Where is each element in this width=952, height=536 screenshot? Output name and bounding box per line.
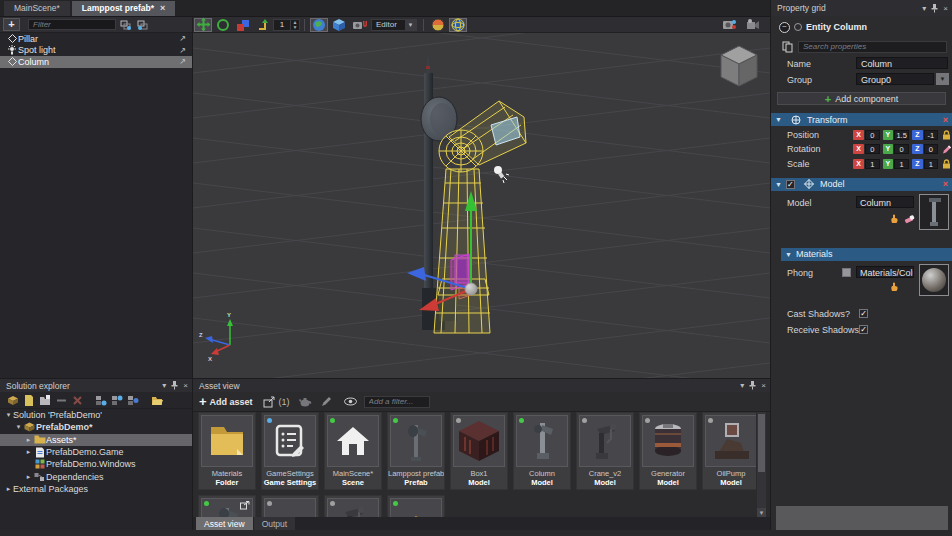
collapse-all-icon[interactable] bbox=[119, 18, 133, 31]
hand-picker-icon[interactable] bbox=[889, 282, 899, 292]
sort-assets-icon[interactable] bbox=[94, 394, 108, 407]
rotate-gizmo-button[interactable] bbox=[214, 18, 232, 32]
receive-shadows-checkbox[interactable]: ✓ bbox=[859, 325, 868, 334]
group-dropdown-button[interactable]: ▼ bbox=[936, 73, 949, 85]
chevron-down-icon[interactable]: ▾ bbox=[740, 381, 744, 390]
tree-item-prefabdemo-[interactable]: ▾PrefabDemo* bbox=[0, 421, 192, 433]
asset-tile-crane-v2[interactable]: Crane_v2Model bbox=[576, 412, 634, 490]
close-icon[interactable]: × bbox=[183, 381, 188, 390]
model-section-header[interactable]: ▼ ✓ Model × bbox=[771, 178, 952, 191]
tree-right-arrow-icon[interactable]: ▸ bbox=[24, 436, 33, 444]
capture-cubemap-icon[interactable] bbox=[743, 18, 761, 32]
camera-mode-dropdown[interactable]: Editor▼ bbox=[371, 19, 417, 31]
add-folder-icon[interactable] bbox=[38, 394, 52, 407]
name-input[interactable]: Column bbox=[856, 57, 948, 69]
tree-item-dependencies[interactable]: ▸Dependencies bbox=[0, 470, 192, 482]
model-reference-field[interactable]: Column bbox=[856, 196, 914, 208]
bottom-tab-output[interactable]: Output bbox=[254, 517, 296, 530]
scale-z-field[interactable]: 1 bbox=[924, 159, 939, 169]
add-component-button[interactable]: + Add component bbox=[777, 92, 946, 105]
open-reference-icon[interactable]: ↗ bbox=[179, 57, 186, 66]
scale-x-field[interactable]: 1 bbox=[865, 159, 880, 169]
cast-shadows-checkbox[interactable]: ✓ bbox=[859, 309, 868, 318]
clear-reference-icon[interactable] bbox=[904, 214, 915, 224]
edit-asset-icon[interactable] bbox=[320, 395, 334, 408]
property-search-input[interactable] bbox=[798, 41, 947, 53]
tree-item-external-packages[interactable]: ▸External Packages bbox=[0, 483, 192, 495]
add-package-icon[interactable] bbox=[6, 394, 20, 407]
rotation-y-field[interactable]: 0 bbox=[894, 144, 909, 154]
world-space-button[interactable] bbox=[310, 18, 328, 32]
open-folder-icon[interactable] bbox=[150, 394, 164, 407]
scale-y-field[interactable]: 1 bbox=[894, 159, 909, 169]
pencil-icon[interactable] bbox=[941, 144, 952, 154]
asset-tile-column[interactable]: ColumnModel bbox=[513, 412, 571, 490]
camera-snap-button[interactable] bbox=[350, 18, 368, 32]
add-entity-button[interactable]: + bbox=[3, 18, 20, 31]
add-item-icon[interactable] bbox=[22, 394, 36, 407]
close-icon[interactable]: × bbox=[761, 381, 766, 390]
remove-component-icon[interactable]: × bbox=[943, 115, 948, 125]
wireframe-mode-button[interactable] bbox=[449, 18, 467, 32]
transform-section-header[interactable]: ▼ Transform × bbox=[771, 113, 952, 126]
asset-filter-input[interactable] bbox=[364, 396, 430, 408]
remove-icon[interactable] bbox=[54, 394, 68, 407]
hierarchy-item-pillar[interactable]: Pillar↗ bbox=[0, 33, 192, 45]
material-thumbnail[interactable] bbox=[919, 264, 949, 296]
rotation-z-field[interactable]: 0 bbox=[924, 144, 939, 154]
delete-icon[interactable] bbox=[70, 394, 84, 407]
add-asset-button[interactable]: +Add asset bbox=[199, 396, 253, 408]
copy-properties-icon[interactable] bbox=[780, 40, 794, 53]
translate-gizmo-button[interactable] bbox=[194, 18, 212, 32]
snap-value-spinner[interactable]: 1▲▼ bbox=[273, 19, 300, 31]
asset-tile-partial[interactable] bbox=[324, 495, 382, 518]
chevron-down-icon[interactable]: ▾ bbox=[922, 4, 926, 13]
hierarchy-item-spot-light[interactable]: Spot light↗ bbox=[0, 45, 192, 57]
render-mode-button[interactable] bbox=[429, 18, 447, 32]
tree-item-solution-prefabdemo-[interactable]: ▾Solution 'PrefabDemo' bbox=[0, 409, 192, 421]
position-x-field[interactable]: 0 bbox=[865, 130, 880, 140]
asset-tile-lamppost-prefab-[interactable]: Lamppost prefab*Prefab bbox=[387, 412, 445, 490]
tree-item-prefabdemo-game[interactable]: ▸PrefabDemo.Game bbox=[0, 446, 192, 458]
lock-icon[interactable] bbox=[941, 130, 952, 140]
model-enabled-checkbox[interactable]: ✓ bbox=[786, 180, 795, 189]
position-z-field[interactable]: -1 bbox=[924, 130, 939, 140]
phong-material-field[interactable]: Materials/Column/Co bbox=[856, 266, 914, 278]
materials-section-header[interactable]: ▼ Materials bbox=[781, 248, 952, 261]
asset-tile-partial[interactable] bbox=[261, 495, 319, 518]
pin-icon[interactable] bbox=[749, 381, 756, 390]
chevron-down-icon[interactable]: ▾ bbox=[162, 381, 166, 390]
tree-right-arrow-icon[interactable]: ▸ bbox=[4, 485, 13, 493]
asset-tile-partial[interactable] bbox=[387, 495, 445, 518]
filter-assets-icon[interactable] bbox=[126, 394, 140, 407]
open-reference-icon[interactable]: ↗ bbox=[179, 34, 186, 43]
open-reference-icon[interactable]: ↗ bbox=[179, 46, 186, 55]
hierarchy-filter-input[interactable] bbox=[28, 19, 116, 30]
spot-light-fixture[interactable] bbox=[421, 97, 457, 141]
bottom-tab-asset-view[interactable]: Asset view bbox=[196, 517, 253, 530]
scale-gizmo-button[interactable] bbox=[234, 18, 252, 32]
close-tab-icon[interactable]: × bbox=[160, 4, 165, 13]
document-tab[interactable]: MainScene* bbox=[4, 1, 70, 16]
pin-icon[interactable] bbox=[931, 4, 938, 13]
close-icon[interactable]: × bbox=[943, 4, 948, 13]
pin-icon[interactable] bbox=[171, 381, 178, 390]
model-thumbnail[interactable] bbox=[919, 194, 949, 230]
asset-tile-mainscene-[interactable]: MainScene*Scene bbox=[324, 412, 382, 490]
teapot-icon[interactable] bbox=[298, 395, 312, 408]
document-tab[interactable]: Lamppost prefab*× bbox=[72, 1, 176, 16]
phong-checkbox[interactable] bbox=[842, 268, 851, 277]
tree-right-arrow-icon[interactable]: ▸ bbox=[24, 473, 33, 481]
asset-scrollbar[interactable]: ▼ bbox=[757, 412, 766, 518]
view-cube[interactable] bbox=[721, 46, 757, 86]
asset-tile-box1[interactable]: Box1Model bbox=[450, 412, 508, 490]
view-options-icon[interactable] bbox=[344, 395, 358, 408]
asset-tile-gamesettings[interactable]: GameSettingsGame Settings bbox=[261, 412, 319, 490]
scene-3d-viewport[interactable]: Y Z X bbox=[193, 33, 770, 378]
tree-item-assets-[interactable]: ▸Assets* bbox=[0, 434, 192, 446]
remove-component-icon[interactable]: × bbox=[943, 179, 948, 189]
asset-tile-generator[interactable]: GeneratorModel bbox=[639, 412, 697, 490]
lock-icon[interactable] bbox=[941, 159, 952, 169]
group-assets-icon[interactable] bbox=[110, 394, 124, 407]
entity-radio-icon[interactable] bbox=[794, 23, 802, 31]
